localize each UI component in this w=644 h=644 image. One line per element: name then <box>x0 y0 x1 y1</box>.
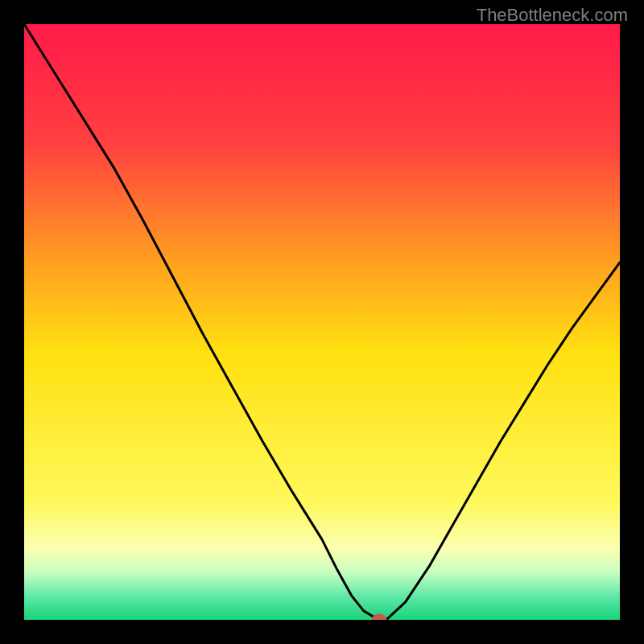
plot-area <box>24 24 620 620</box>
chart-frame: TheBottleneck.com <box>0 0 644 644</box>
gradient-background <box>24 24 620 620</box>
chart-svg <box>24 24 620 620</box>
attribution-text: TheBottleneck.com <box>477 5 628 26</box>
